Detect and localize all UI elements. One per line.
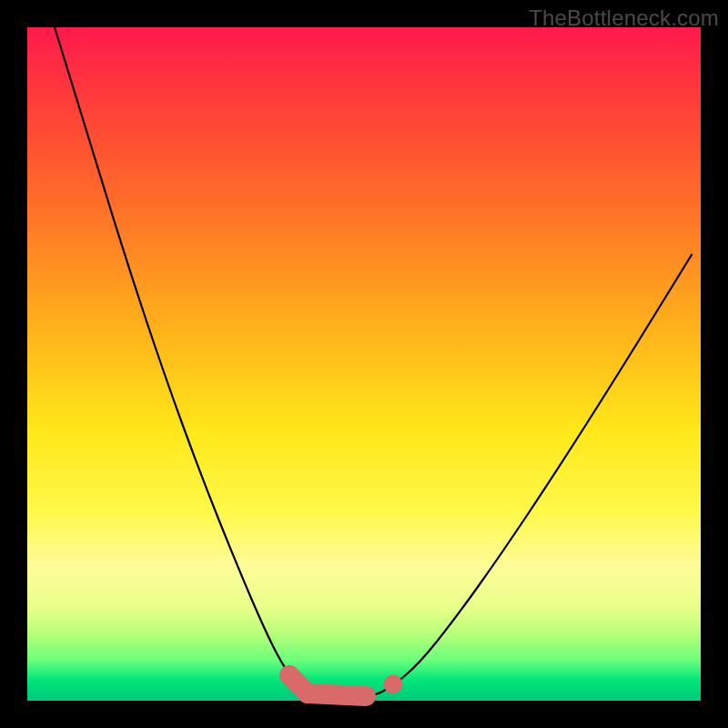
- valley-marker-floor: [308, 693, 366, 696]
- watermark-text: TheBottleneck.com: [529, 5, 719, 31]
- valley-right-dot: [384, 675, 402, 693]
- curve-layer: [27, 27, 701, 701]
- chart-frame: TheBottleneck.com: [0, 0, 728, 728]
- bottleneck-curve: [55, 27, 692, 698]
